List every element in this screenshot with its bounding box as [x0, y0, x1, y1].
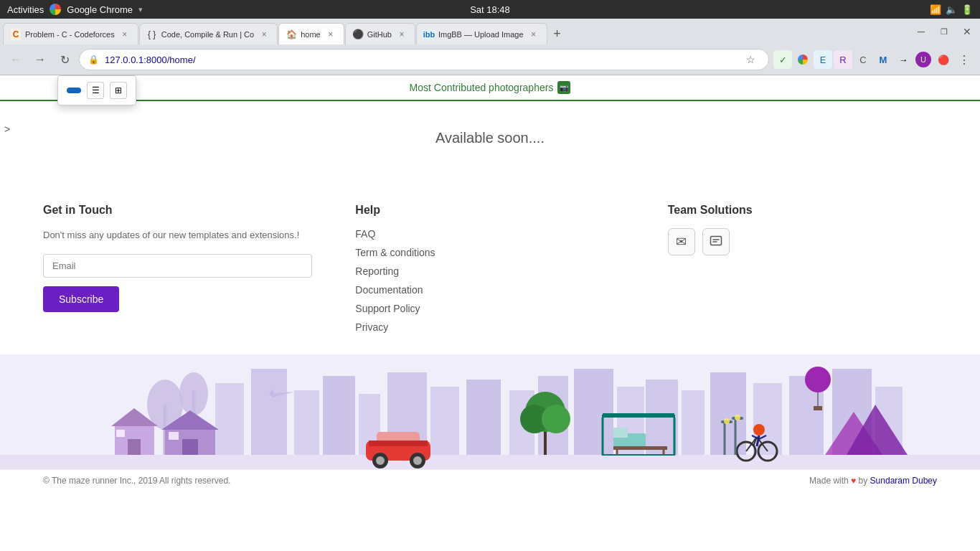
team-icons: ✉ [668, 228, 937, 255]
ext-adblock-icon[interactable]: ✓ [773, 50, 792, 69]
svg-rect-5 [251, 369, 287, 455]
help-link-reporting[interactable]: Reporting [355, 265, 624, 277]
svg-point-67 [805, 367, 831, 392]
tab-title-imgbb: ImgBB — Upload Image [438, 30, 524, 39]
svg-point-39 [376, 456, 385, 465]
ext-forward-icon[interactable]: → [894, 50, 913, 69]
svg-point-27 [179, 372, 208, 415]
ext-ext1-icon[interactable]: E [814, 50, 832, 69]
email-input[interactable] [43, 254, 312, 278]
footer-bottom: © The maze runner Inc., 2019 All rights … [0, 469, 980, 491]
svg-rect-34 [182, 439, 198, 455]
tab-github[interactable]: ⚫ GitHub × [345, 23, 415, 44]
link-label: Most Contributed photographers [410, 82, 554, 93]
footer: Get in Touch Don't miss any updates of o… [0, 175, 980, 354]
tab-close-codeforces[interactable]: × [119, 29, 131, 40]
svg-rect-52 [613, 428, 628, 438]
available-soon-section: Available soon.... [0, 101, 980, 175]
get-in-touch-desc: Don't miss any updates of our new templa… [43, 228, 312, 242]
tab-favicon-github: ⚫ [353, 29, 363, 39]
menu-icon-btn[interactable]: ☰ [87, 82, 104, 99]
reload-button[interactable]: ↻ [55, 50, 75, 70]
tab-home[interactable]: 🏠 home × [278, 23, 344, 44]
logo-button[interactable] [67, 88, 81, 93]
help-link-terms[interactable]: Term & conditions [355, 247, 624, 258]
ext-alert-icon[interactable]: 🔴 [934, 50, 953, 69]
help-title: Help [355, 204, 624, 217]
made-with-text: Made with ♥ by Sundaram Dubey [809, 476, 937, 486]
sidebar-toggle[interactable]: > [0, 118, 14, 140]
tab-imgbb[interactable]: ibb ImgBB — Upload Image × [416, 23, 547, 44]
tab-title-github: GitHub [367, 30, 392, 39]
help-link-privacy[interactable]: Privacy [355, 321, 624, 333]
back-button[interactable]: ← [6, 50, 26, 70]
wifi-icon: 📶 [930, 4, 941, 15]
tab-title-codeforces: Problem - C - Codeforces [25, 30, 115, 39]
tab-title-home: home [301, 30, 321, 39]
os-clock: Sat 18:48 [470, 4, 510, 15]
chrome-dropdown-arrow[interactable]: ▾ [138, 5, 143, 14]
svg-rect-30 [128, 439, 141, 455]
svg-rect-42 [369, 441, 428, 446]
svg-rect-7 [323, 376, 355, 455]
tab-close-imgbb[interactable]: × [528, 29, 540, 40]
most-contributed-link[interactable]: Most Contributed photographers 📷 [410, 81, 571, 94]
city-svg [0, 354, 980, 469]
tab-favicon-codeforces: C [11, 29, 21, 39]
help-link-support[interactable]: Support Policy [355, 303, 624, 314]
close-button[interactable]: ✕ [957, 22, 977, 42]
svg-rect-53 [613, 446, 667, 450]
svg-rect-10 [430, 387, 459, 455]
address-icons: ☆ [741, 50, 760, 69]
page-content: ☰ ⊞ > Most Contributed photographers 📷 A… [0, 75, 980, 551]
svg-rect-69 [814, 406, 822, 410]
bookmark-icon[interactable]: ☆ [741, 50, 760, 69]
footer-team-solutions: Team Solutions ✉ [668, 204, 937, 340]
team-chat-icon[interactable] [702, 228, 730, 255]
tab-close-github[interactable]: × [396, 29, 407, 40]
forward-button[interactable]: → [30, 50, 50, 70]
svg-rect-0 [710, 237, 721, 245]
menu-button[interactable]: ⋮ [954, 50, 974, 70]
heart-icon: ♥ [851, 476, 856, 486]
tab-close-code[interactable]: × [258, 29, 270, 40]
footer-get-in-touch: Get in Touch Don't miss any updates of o… [43, 204, 312, 340]
new-tab-button[interactable]: + [548, 24, 567, 43]
ext-ext2-icon[interactable]: R [834, 50, 852, 69]
os-bar-left: Activities Google Chrome ▾ [7, 4, 143, 15]
tab-code[interactable]: { } Code, Compile & Run | Co × [139, 23, 278, 44]
camera-icon: 📷 [557, 81, 570, 94]
ext-chrome-icon[interactable] [793, 50, 812, 69]
author-link[interactable]: Sundaram Dubey [870, 476, 937, 486]
ext-ext3-icon[interactable]: C [854, 50, 872, 69]
tab-close-home[interactable]: × [325, 29, 336, 40]
address-bar-row: ← → ↻ 🔒 127.0.0.1:8000/home/ ☆ ✓ E R C M… [0, 44, 980, 75]
help-link-documentation[interactable]: Documentation [355, 284, 624, 296]
tab-favicon-home: 🏠 [286, 29, 296, 39]
team-solutions-title: Team Solutions [668, 204, 937, 217]
copyright-text: © The maze runner Inc., 2019 All rights … [43, 476, 230, 486]
tab-codeforces[interactable]: C Problem - C - Codeforces × [3, 23, 138, 44]
ext-ext4-icon[interactable]: M [874, 50, 892, 69]
svg-rect-31 [116, 430, 125, 437]
address-bar[interactable]: 🔒 127.0.0.1:8000/home/ ☆ [79, 49, 769, 70]
minimize-button[interactable]: ─ [911, 22, 931, 42]
chrome-name[interactable]: Google Chrome [67, 4, 133, 15]
top-menu-overlay: ☰ ⊞ [57, 75, 136, 105]
team-email-icon[interactable]: ✉ [668, 228, 695, 255]
address-text: 127.0.0.1:8000/home/ [105, 55, 735, 65]
help-link-faq[interactable]: FAQ [355, 228, 624, 240]
svg-rect-11 [466, 380, 501, 455]
toolbar-extensions: ✓ E R C M → U 🔴 ⋮ [773, 50, 974, 70]
svg-rect-23 [0, 455, 980, 469]
subscribe-button[interactable]: Subscribe [43, 286, 119, 312]
svg-rect-48 [603, 413, 674, 418]
restore-button[interactable]: ❐ [934, 22, 954, 42]
browser-chrome: C Problem - C - Codeforces × { } Code, C… [0, 19, 980, 75]
os-bar-right: 📶 🔈 🔋 [930, 4, 973, 15]
svg-rect-14 [574, 369, 613, 455]
grid-icon-btn[interactable]: ⊞ [110, 82, 127, 99]
activities-label[interactable]: Activities [7, 4, 44, 15]
ext-avatar-icon[interactable]: U [914, 50, 933, 69]
nav-link-area: Most Contributed photographers 📷 [0, 75, 980, 101]
